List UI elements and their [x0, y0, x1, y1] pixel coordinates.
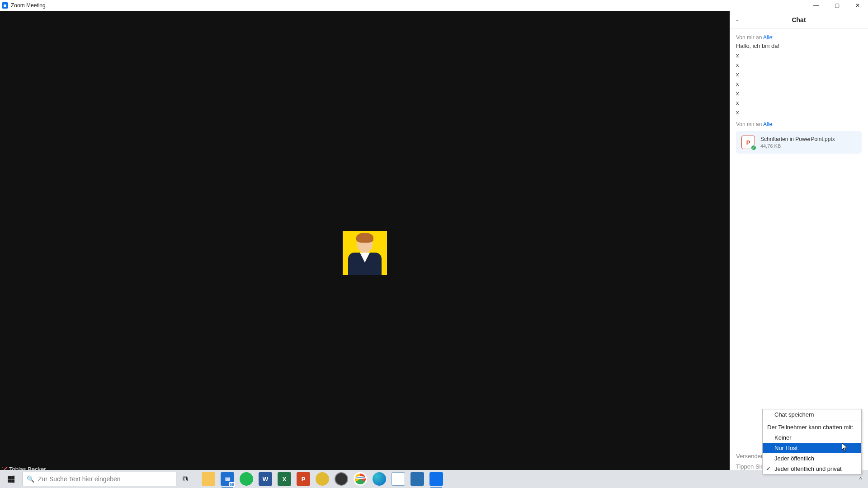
powerpoint-icon[interactable]: P	[297, 472, 310, 486]
spotify-icon[interactable]	[240, 472, 253, 486]
app-icon[interactable]	[316, 472, 329, 486]
close-button[interactable]: ✕	[847, 0, 868, 11]
chat-message-header: Von mir an Alle:	[736, 121, 862, 127]
chat-title: Chat	[792, 16, 806, 23]
chat-recipient-link[interactable]: Alle:	[763, 34, 774, 41]
video-area: Tobias Becker	[0, 11, 730, 474]
notepad-icon[interactable]	[392, 472, 405, 486]
chat-options-menu: Chat speichern Der Teilnehmer kann chatt…	[762, 409, 862, 474]
menu-item-public[interactable]: Jeder öffentlich	[763, 453, 861, 464]
mail-app-icon[interactable]: ✉69	[221, 472, 234, 486]
taskbar-apps: ✉69 W X P	[202, 472, 443, 486]
chat-file-attachment[interactable]: P ✓ Schriftarten in PowerPoint.pptx 44,7…	[736, 131, 862, 154]
file-size: 44,76 KB	[760, 143, 835, 149]
chat-message-line: x	[736, 80, 862, 88]
menu-item-public-private[interactable]: Jeder öffentlich und privat	[763, 464, 861, 474]
menu-section-label: Der Teilnehmer kann chatten mit:	[763, 422, 861, 432]
chat-message-line: x	[736, 51, 862, 60]
chat-message-line: Hallo, ich bin da!	[736, 42, 862, 50]
search-icon: 🔍	[27, 475, 34, 483]
chrome-icon[interactable]	[354, 472, 367, 486]
chat-recipient-link[interactable]: Alle:	[763, 121, 774, 127]
edge-icon[interactable]	[373, 472, 386, 486]
chat-message-line: x	[736, 61, 862, 69]
taskbar-search[interactable]: 🔍 Zur Suche Text hier eingeben	[23, 472, 176, 486]
chat-body: Von mir an Alle: Hallo, ich bin da! x x …	[730, 29, 868, 449]
system-tray[interactable]: ＾	[858, 475, 863, 483]
menu-item-save-chat[interactable]: Chat speichern	[763, 409, 861, 420]
file-check-icon: ✓	[750, 145, 757, 151]
chat-message-line: x	[736, 108, 862, 117]
windows-logo-icon	[8, 475, 14, 482]
window-controls: — ▢ ✕	[806, 0, 868, 11]
excel-icon[interactable]: X	[278, 472, 291, 486]
titlebar: Zoom Meeting — ▢ ✕	[0, 0, 868, 11]
menu-item-none[interactable]: Keiner	[763, 432, 861, 443]
chat-message-line: x	[736, 70, 862, 79]
tray-chevron-up-icon[interactable]: ＾	[858, 475, 863, 483]
minimize-button[interactable]: —	[806, 0, 826, 11]
chat-panel: ⌄ Chat Von mir an Alle: Hallo, ich bin d…	[730, 11, 868, 474]
task-view-icon[interactable]: ⧉	[176, 470, 193, 488]
zoom-app-icon	[2, 2, 8, 9]
window-title: Zoom Meeting	[11, 2, 46, 9]
file-explorer-icon[interactable]	[202, 472, 215, 486]
menu-item-host-only[interactable]: Nur Host	[763, 443, 861, 453]
photos-icon[interactable]	[410, 472, 424, 486]
chat-header: ⌄ Chat	[730, 11, 868, 29]
search-placeholder: Zur Suche Text hier eingeben	[38, 475, 121, 483]
word-icon[interactable]: W	[259, 472, 272, 486]
file-name: Schriftarten in PowerPoint.pptx	[760, 136, 835, 142]
start-button[interactable]	[0, 470, 22, 488]
chat-message-header: Von mir an Alle:	[736, 34, 862, 41]
mail-badge: 69	[229, 482, 235, 487]
ppt-file-icon: P ✓	[741, 136, 755, 149]
chat-collapse-icon[interactable]: ⌄	[735, 16, 740, 23]
chat-message-line: x	[736, 89, 862, 98]
menu-separator	[763, 421, 861, 421]
participant-avatar[interactable]	[343, 231, 387, 275]
chat-message-line: x	[736, 99, 862, 107]
zoom-icon[interactable]	[429, 472, 443, 486]
maximize-button[interactable]: ▢	[826, 0, 847, 11]
obs-icon[interactable]	[335, 472, 348, 486]
taskbar: 🔍 Zur Suche Text hier eingeben ⧉ ✉69 W X…	[0, 470, 868, 488]
